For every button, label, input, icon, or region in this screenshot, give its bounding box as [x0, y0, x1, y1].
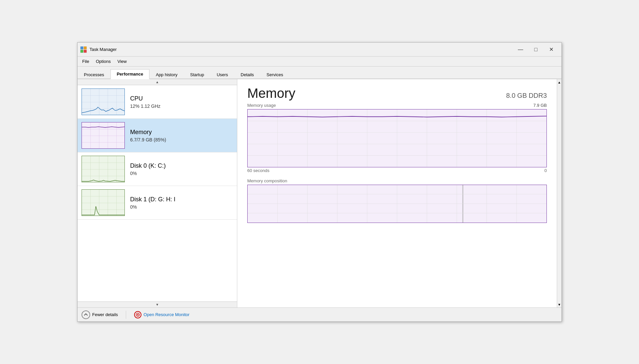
disk1-mini-chart — [82, 189, 125, 216]
menubar: File Options View — [78, 57, 561, 67]
scroll-down-btn[interactable]: ▼ — [557, 301, 561, 307]
panel-header: Memory 8.0 GB DDR3 — [247, 86, 547, 101]
composition-label: Memory composition — [247, 178, 547, 183]
memory-stats: 6.7/7.9 GB (85%) — [130, 137, 233, 142]
close-button[interactable]: ✕ — [543, 44, 559, 55]
resource-monitor-icon — [134, 311, 141, 318]
maximize-button[interactable]: □ — [528, 44, 543, 55]
memory-info: Memory 6.7/7.9 GB (85%) — [130, 129, 233, 142]
footer: Fewer details Open Resource Monitor — [78, 307, 561, 321]
cpu-info: CPU 12% 1.12 GHz — [130, 95, 233, 109]
tab-details[interactable]: Details — [234, 70, 260, 79]
window-controls: — □ ✕ — [513, 44, 559, 55]
svg-rect-3 — [84, 50, 87, 53]
scroll-down-arrow[interactable]: ▼ — [78, 301, 237, 307]
time-start-label: 60 seconds — [247, 168, 270, 173]
memory-label: Memory — [130, 129, 233, 136]
minimize-button[interactable]: — — [513, 44, 528, 55]
panel-subtitle: 8.0 GB DDR3 — [506, 92, 547, 99]
memory-usage-chart — [247, 109, 547, 167]
memory-composition-chart — [247, 185, 547, 223]
chart-time-row: 60 seconds 0 — [247, 168, 547, 173]
scroll-up-arrow[interactable]: ▲ — [78, 79, 237, 85]
disk0-label: Disk 0 (K: C:) — [130, 162, 233, 169]
window-title: Task Manager — [90, 47, 513, 52]
tab-app-history[interactable]: App history — [149, 70, 184, 79]
usage-label: Memory usage — [247, 103, 276, 108]
titlebar: Task Manager — □ ✕ — [78, 43, 561, 57]
disk1-label: Disk 1 (D: G: H: I — [130, 196, 233, 203]
disk0-info: Disk 0 (K: C:) 0% — [130, 162, 233, 176]
menu-options[interactable]: Options — [93, 58, 114, 65]
scroll-up-btn[interactable]: ▲ — [557, 79, 561, 85]
menu-view[interactable]: View — [114, 58, 130, 65]
sidebar-item-disk1[interactable]: Disk 1 (D: G: H: I 0% — [78, 186, 237, 220]
tab-startup[interactable]: Startup — [184, 70, 210, 79]
fewer-details-icon — [82, 310, 90, 319]
usage-value: 7.9 GB — [533, 103, 547, 108]
resource-monitor-button[interactable]: Open Resource Monitor — [134, 311, 189, 318]
task-manager-window: Task Manager — □ ✕ File Options View Pro… — [77, 42, 562, 322]
panel-title: Memory — [247, 86, 295, 101]
cpu-label: CPU — [130, 95, 233, 102]
disk0-mini-chart — [82, 156, 125, 182]
cpu-stats: 12% 1.12 GHz — [130, 103, 233, 109]
tab-performance[interactable]: Performance — [110, 69, 149, 79]
fewer-details-label: Fewer details — [92, 312, 118, 317]
cpu-mini-chart — [82, 89, 125, 115]
resource-monitor-label: Open Resource Monitor — [143, 312, 189, 317]
tab-users[interactable]: Users — [210, 70, 234, 79]
app-icon — [80, 46, 87, 53]
usage-label-row: Memory usage 7.9 GB — [247, 103, 547, 108]
tab-services[interactable]: Services — [260, 70, 290, 79]
memory-mini-chart — [82, 122, 125, 149]
svg-rect-2 — [81, 50, 83, 53]
svg-rect-0 — [81, 47, 83, 49]
menu-file[interactable]: File — [79, 58, 93, 65]
right-panel: Memory 8.0 GB DDR3 Memory usage 7.9 GB — [237, 79, 557, 307]
sidebar-item-disk0[interactable]: Disk 0 (K: C:) 0% — [78, 152, 237, 186]
main-content: ▲ — [78, 79, 561, 307]
sidebar-item-memory[interactable]: Memory 6.7/7.9 GB (85%) — [78, 119, 237, 152]
disk1-stats: 0% — [130, 204, 233, 210]
footer-divider — [126, 311, 126, 319]
sidebar-item-cpu[interactable]: CPU 12% 1.12 GHz — [78, 85, 237, 119]
fewer-details-button[interactable]: Fewer details — [82, 310, 118, 319]
svg-rect-1 — [84, 47, 87, 49]
tab-processes[interactable]: Processes — [78, 70, 110, 79]
disk0-stats: 0% — [130, 171, 233, 176]
sidebar-scroll[interactable]: CPU 12% 1.12 GHz — [78, 85, 237, 301]
tabs-bar: Processes Performance App history Startu… — [78, 67, 561, 79]
disk1-info: Disk 1 (D: G: H: I 0% — [130, 196, 233, 210]
sidebar: ▲ — [78, 79, 237, 307]
right-scrollbar[interactable]: ▲ ▼ — [557, 79, 561, 307]
time-end-label: 0 — [544, 168, 547, 173]
